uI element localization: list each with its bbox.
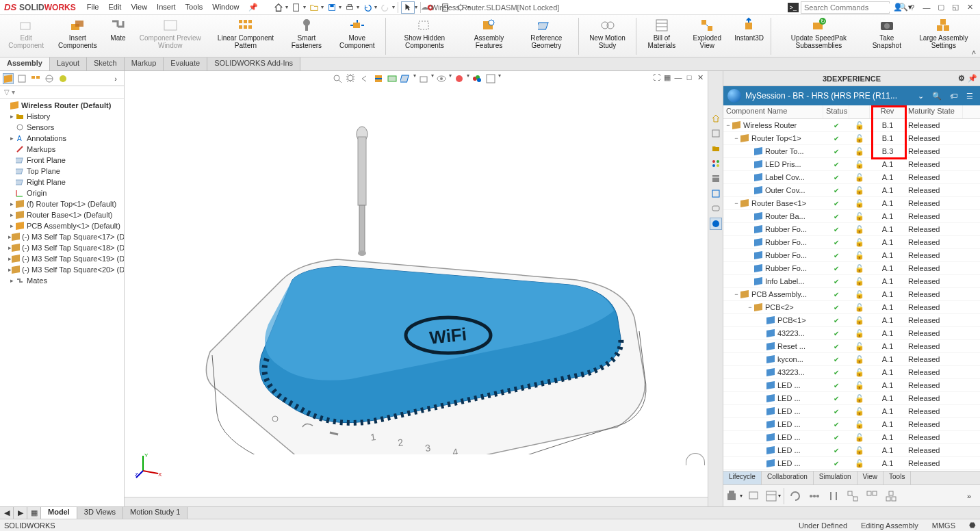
ribbon-new-motion-study[interactable]: New Motion Study xyxy=(582,16,634,56)
configuration-manager-icon[interactable] xyxy=(30,73,41,84)
session-menu-icon[interactable]: ☰ xyxy=(964,90,976,102)
ftree-item[interactable]: Top Plane xyxy=(0,166,124,177)
pt-lock-icon[interactable] xyxy=(745,488,762,504)
component-row[interactable]: −PCB<2>✔🔓A.1Released xyxy=(723,301,980,314)
section-view-icon[interactable] xyxy=(372,73,385,85)
view-orientation-icon[interactable] xyxy=(400,73,412,85)
pt-maturity-icon[interactable] xyxy=(806,488,823,504)
ftree-item[interactable]: Wireless Router (Default) xyxy=(0,100,124,111)
feature-tree-filter[interactable]: ▽ ▾ xyxy=(0,86,124,99)
zoom-area-icon[interactable] xyxy=(345,73,357,85)
menu-insert[interactable]: Insert xyxy=(153,1,180,13)
tp-appearances-icon[interactable] xyxy=(710,172,722,185)
component-row[interactable]: LED ...✔🔓A.1Released xyxy=(723,392,980,405)
session-dropdown-icon[interactable]: ⌄ xyxy=(914,90,927,102)
open-icon[interactable] xyxy=(307,1,321,14)
tab-addins[interactable]: SOLIDWORKS Add-Ins xyxy=(207,57,300,70)
ftree-item[interactable]: ▸History xyxy=(0,111,124,122)
status-units[interactable]: MMGS xyxy=(932,521,955,530)
user-icon[interactable]: 👤 xyxy=(892,1,904,14)
header-maturity[interactable]: Maturity State xyxy=(905,105,963,118)
ribbon-bom[interactable]: Bill of Materials xyxy=(639,16,684,56)
ribbon-reference-geometry[interactable]: Reference Geometry xyxy=(517,16,576,56)
apply-scene-icon[interactable] xyxy=(471,73,483,85)
component-row[interactable]: Label Cov...✔🔓A.1Released xyxy=(723,171,980,184)
feature-manager-icon[interactable] xyxy=(3,73,14,84)
3dx-pin-icon[interactable]: 📌 xyxy=(968,74,977,83)
ribbon-show-hidden[interactable]: Show Hidden Components xyxy=(389,16,461,56)
component-row[interactable]: LED ...✔🔓A.1Released xyxy=(723,405,980,418)
component-row[interactable]: kycon...✔🔓A.1Released xyxy=(723,353,980,366)
ftree-item[interactable]: Front Plane xyxy=(0,155,124,166)
vp-viewport-icon[interactable]: ▦ xyxy=(662,73,672,82)
ftree-item[interactable]: Origin xyxy=(0,187,124,198)
btab-3dviews[interactable]: 3D Views xyxy=(77,507,123,519)
menu-tools[interactable]: Tools xyxy=(181,1,207,13)
ribbon-move-component[interactable]: Move Component xyxy=(332,16,383,56)
component-row[interactable]: Rubber Fo...✔🔓A.1Released xyxy=(723,249,980,262)
restore-icon[interactable]: ▢ xyxy=(935,1,947,14)
vp-close-icon[interactable]: ✕ xyxy=(695,73,705,82)
tp-home-icon[interactable] xyxy=(710,112,722,125)
tab-sketch[interactable]: Sketch xyxy=(87,57,125,70)
component-row[interactable]: Router To...✔🔓B.3Released xyxy=(723,145,980,158)
previous-view-icon[interactable] xyxy=(359,73,371,85)
home-icon[interactable] xyxy=(272,1,285,14)
status-custom-icon[interactable]: ⬣ xyxy=(969,521,976,530)
pt-compare-icon[interactable] xyxy=(825,488,842,504)
component-row[interactable]: Reset ...✔🔓A.1Released xyxy=(723,340,980,353)
tp-design-library-icon[interactable] xyxy=(710,127,722,140)
ftree-item[interactable]: ▸Mates xyxy=(0,275,124,286)
component-row[interactable]: LED ...✔🔓A.1Released xyxy=(723,418,980,431)
tp-forum-icon[interactable] xyxy=(710,203,722,215)
display-manager-icon[interactable] xyxy=(57,73,68,84)
ribbon-assembly-features[interactable]: Assembly Features xyxy=(462,16,516,56)
component-row[interactable]: Rubber Fo...✔🔓A.1Released xyxy=(723,223,980,236)
tp-view-palette-icon[interactable] xyxy=(710,157,722,170)
redo-icon[interactable] xyxy=(378,1,392,14)
btab-motion[interactable]: Motion Study 1 xyxy=(123,507,188,519)
pt-revise-icon[interactable]: ▾ xyxy=(764,488,781,504)
minimize-icon[interactable]: — xyxy=(920,1,933,14)
bottom-nav-prev[interactable]: ◀ xyxy=(0,507,14,519)
menu-file[interactable]: File xyxy=(83,1,103,13)
maximize-icon[interactable]: ◱ xyxy=(949,1,962,14)
search-input[interactable] xyxy=(804,3,899,12)
ftree-item[interactable]: Sensors xyxy=(0,122,124,133)
component-row[interactable]: 43223...✔🔓A.1Released xyxy=(723,366,980,379)
ribbon-large-assembly[interactable]: Large Assembly Settings xyxy=(910,16,977,56)
ftree-item[interactable]: ▸Router Base<1> (Default) xyxy=(0,209,124,220)
component-row[interactable]: LED ...✔🔓A.1Released xyxy=(723,431,980,444)
save-icon[interactable] xyxy=(325,1,339,14)
header-rev[interactable]: Rev xyxy=(870,105,905,118)
tab-markup[interactable]: Markup xyxy=(125,57,164,70)
component-row[interactable]: Info Label...✔🔓A.1Released xyxy=(723,275,980,288)
ribbon-component-preview[interactable]: Component Preview Window xyxy=(131,16,209,56)
header-lock[interactable] xyxy=(849,105,870,118)
component-row[interactable]: Outer Cov...✔🔓A.1Released xyxy=(723,184,980,197)
component-row[interactable]: −PCB Assembly...✔🔓A.1Released xyxy=(723,288,980,301)
component-row[interactable]: 43223...✔🔓A.1Released xyxy=(723,327,980,340)
orientation-triad[interactable]: Y X Z xyxy=(135,452,162,479)
ftree-item[interactable]: ▸(-) M3 Self Tap Square<17> (Default xyxy=(0,231,124,242)
pt-relations-3-icon[interactable] xyxy=(883,488,899,504)
component-row[interactable]: LED Pris...✔🔓A.1Released xyxy=(723,158,980,171)
ptab-collaboration[interactable]: Collaboration xyxy=(762,471,814,484)
component-row[interactable]: −Wireless Router✔🔓B.1Released xyxy=(723,119,980,132)
search-commands[interactable]: 🔍▾ xyxy=(801,1,890,14)
ftree-item[interactable]: ▸AAnnotations xyxy=(0,133,124,144)
ptab-simulation[interactable]: Simulation xyxy=(814,471,858,484)
ribbon-take-snapshot[interactable]: Take Snapshot xyxy=(865,16,909,56)
tp-custom-properties-icon[interactable] xyxy=(710,187,722,200)
ptab-tools[interactable]: Tools xyxy=(884,471,911,484)
ribbon-insert-components[interactable]: Insert Components xyxy=(51,16,104,56)
component-row[interactable]: Router Ba...✔🔓A.1Released xyxy=(723,210,980,223)
ribbon-collapse-icon[interactable]: ʌ xyxy=(972,48,976,55)
ftree-item[interactable]: Right Plane xyxy=(0,177,124,187)
menu-edit[interactable]: Edit xyxy=(104,1,125,13)
tp-3dx-icon[interactable] xyxy=(710,218,722,230)
dimxpert-icon[interactable] xyxy=(44,73,55,84)
component-row[interactable]: −Router Base<1>✔🔓A.1Released xyxy=(723,197,980,210)
vp-minimize-icon[interactable]: — xyxy=(673,73,683,82)
commands-icon[interactable]: >_ xyxy=(788,3,799,12)
